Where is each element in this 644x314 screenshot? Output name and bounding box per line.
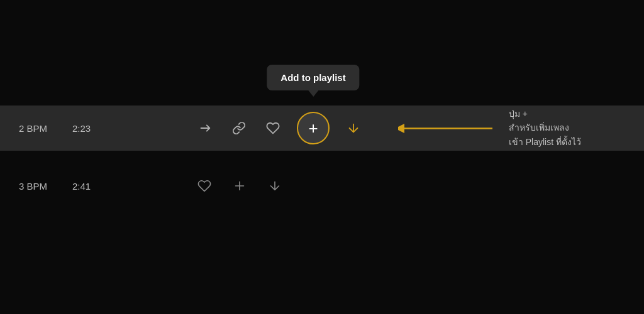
annotation-line2: สำหรับเพิ่มเพลง [509, 123, 569, 133]
track-actions-1: Add to playlist + [195, 112, 364, 144]
track-row-2: 3 BPM 2:41 [0, 163, 644, 208]
link-icon[interactable] [229, 118, 249, 138]
duration-1: 2:23 [72, 123, 91, 134]
annotation-text: ปุ่ม + สำหรับเพิ่มเพลง เข้า Playlist ที่… [509, 107, 581, 149]
tooltip-label: Add to playlist [280, 72, 345, 83]
annotation-line3: เข้า Playlist ที่ตั้งไว้ [509, 137, 581, 147]
bpm-1: 2 BPM [19, 123, 47, 134]
add-to-playlist-button[interactable]: + [297, 112, 330, 144]
annotation: ปุ่ม + สำหรับเพิ่มเพลง เข้า Playlist ที่… [499, 107, 581, 149]
plus-icon: + [308, 120, 318, 136]
bpm-2: 3 BPM [19, 181, 47, 192]
annotation-arrow [398, 119, 499, 138]
favorite-icon-2[interactable] [195, 176, 214, 195]
download-icon-1[interactable] [343, 118, 364, 138]
share-icon[interactable] [195, 118, 215, 138]
annotation-line1: ปุ่ม + [509, 109, 528, 119]
track-row-1: 2 BPM 2:23 [0, 106, 644, 151]
add-icon-2[interactable] [230, 176, 249, 195]
download-icon-2[interactable] [265, 176, 284, 195]
duration-2: 2:41 [72, 181, 91, 192]
add-to-playlist-tooltip: Add to playlist [267, 65, 359, 90]
favorite-icon[interactable] [263, 118, 283, 138]
add-playlist-btn-wrapper: Add to playlist + [297, 112, 330, 144]
track-info-1: 2 BPM 2:23 [19, 123, 145, 134]
track-info-2: 3 BPM 2:41 [19, 181, 145, 192]
track-actions-2 [195, 176, 284, 195]
main-container: 2 BPM 2:23 [0, 0, 644, 314]
